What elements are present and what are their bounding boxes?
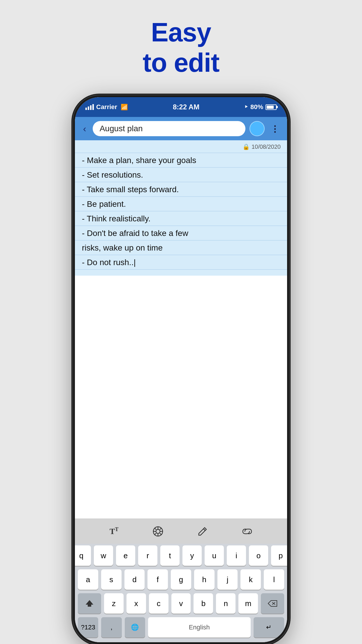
- signal-bars: [85, 104, 94, 110]
- numbers-key[interactable]: ?123: [78, 617, 98, 638]
- key-r[interactable]: r: [138, 545, 157, 566]
- key-f[interactable]: f: [147, 569, 168, 590]
- formatting-toolbar: TT: [75, 519, 287, 544]
- key-d[interactable]: d: [124, 569, 145, 590]
- shift-icon: [86, 600, 93, 607]
- clock: 8:22 AM: [173, 103, 199, 111]
- battery-icon: [266, 104, 277, 110]
- key-n[interactable]: n: [216, 593, 236, 614]
- svg-point-4: [156, 529, 160, 533]
- key-z[interactable]: z: [104, 593, 124, 614]
- comma-label: ,: [110, 624, 112, 631]
- wifi-icon: 📶: [121, 104, 128, 111]
- key-k[interactable]: k: [240, 569, 261, 590]
- color-picker-dot[interactable]: [249, 121, 265, 136]
- app-header: ‹ August plan ⋮: [75, 117, 287, 140]
- signal-bar-1: [85, 108, 87, 110]
- note-line-8: - Do not rush..|: [82, 255, 280, 270]
- more-options-button[interactable]: ⋮: [269, 123, 281, 135]
- note-title-input[interactable]: August plan: [93, 121, 245, 136]
- key-e[interactable]: e: [116, 545, 135, 566]
- svg-line-10: [160, 533, 162, 535]
- keyboard-row-3: z x c v b n m: [75, 592, 287, 615]
- key-w[interactable]: w: [94, 545, 113, 566]
- note-line-5: - Think realistically.: [82, 211, 280, 226]
- location-icon: ‣: [244, 103, 248, 111]
- svg-line-13: [203, 529, 205, 531]
- key-h[interactable]: h: [194, 569, 215, 590]
- pen-icon: [198, 526, 208, 536]
- keyboard-row-2: a s d f g h j k l: [75, 568, 287, 592]
- keyboard: q w e r t y u i o p a s d f g: [75, 544, 287, 642]
- comma-key[interactable]: ,: [101, 617, 122, 638]
- status-bar: Carrier 📶 8:22 AM ‣ 80%: [75, 97, 287, 117]
- space-label: English: [189, 624, 210, 631]
- space-key[interactable]: English: [148, 617, 251, 638]
- font-size-button[interactable]: TT: [110, 526, 119, 536]
- note-title-text: August plan: [100, 124, 143, 133]
- key-q[interactable]: q: [75, 545, 91, 566]
- keyboard-bottom-row: ?123 , 🌐 English ↵: [75, 615, 287, 639]
- globe-key[interactable]: 🌐: [125, 617, 145, 638]
- globe-icon: 🌐: [131, 624, 139, 631]
- key-c[interactable]: c: [149, 593, 168, 614]
- shift-key[interactable]: [78, 593, 101, 614]
- font-size-icon: TT: [110, 526, 119, 536]
- backspace-key[interactable]: [261, 593, 284, 614]
- battery-percent: 80%: [250, 103, 263, 111]
- keyboard-row-1: q w e r t y u i o p: [75, 544, 287, 568]
- note-line-7: risks, wake up on time: [82, 241, 280, 255]
- key-j[interactable]: j: [217, 569, 238, 590]
- key-t[interactable]: t: [160, 545, 180, 566]
- signal-bar-4: [92, 104, 94, 110]
- note-line-3: - Take small steps forward.: [82, 182, 280, 197]
- svg-line-12: [155, 533, 157, 535]
- settings-icon: [153, 526, 163, 537]
- numbers-label: ?123: [81, 624, 95, 631]
- note-line-2: - Set resolutions.: [82, 168, 280, 182]
- key-l[interactable]: l: [264, 569, 284, 590]
- battery-fill: [267, 106, 274, 109]
- key-v[interactable]: v: [171, 593, 191, 614]
- link-button[interactable]: [242, 528, 252, 535]
- note-line-1: - Make a plan, share your goals: [82, 153, 280, 168]
- signal-bar-2: [88, 106, 89, 110]
- key-o[interactable]: o: [249, 545, 268, 566]
- svg-line-11: [160, 528, 162, 530]
- note-line-6: - Don't be afraid to take a few: [82, 226, 280, 241]
- backspace-icon: [268, 600, 277, 607]
- note-line-4: - Be patient.: [82, 197, 280, 211]
- key-u[interactable]: u: [205, 545, 224, 566]
- key-g[interactable]: g: [171, 569, 191, 590]
- key-y[interactable]: y: [182, 545, 202, 566]
- key-m[interactable]: m: [238, 593, 258, 614]
- pen-button[interactable]: [198, 526, 208, 536]
- return-key[interactable]: ↵: [254, 617, 284, 638]
- key-x[interactable]: x: [126, 593, 146, 614]
- key-b[interactable]: b: [194, 593, 213, 614]
- svg-line-9: [155, 528, 157, 530]
- signal-bar-3: [90, 105, 92, 110]
- link-icon: [242, 528, 252, 535]
- back-button[interactable]: ‹: [81, 122, 89, 135]
- key-a[interactable]: a: [78, 569, 98, 590]
- key-p[interactable]: p: [271, 545, 287, 566]
- note-area[interactable]: 🔒 10/08/2020 - Make a plan, share your g…: [75, 140, 287, 519]
- settings-button[interactable]: [153, 526, 163, 537]
- status-left: Carrier 📶: [85, 103, 128, 111]
- carrier-label: Carrier: [96, 103, 117, 111]
- phone-frame: Carrier 📶 8:22 AM ‣ 80% ‹ August plan: [73, 95, 289, 644]
- note-content[interactable]: - Make a plan, share your goals - Set re…: [75, 140, 287, 276]
- return-label: ↵: [266, 624, 271, 631]
- key-s[interactable]: s: [101, 569, 122, 590]
- page-title: Easy to edit: [143, 18, 219, 78]
- status-right: ‣ 80%: [244, 103, 277, 111]
- key-i[interactable]: i: [227, 545, 246, 566]
